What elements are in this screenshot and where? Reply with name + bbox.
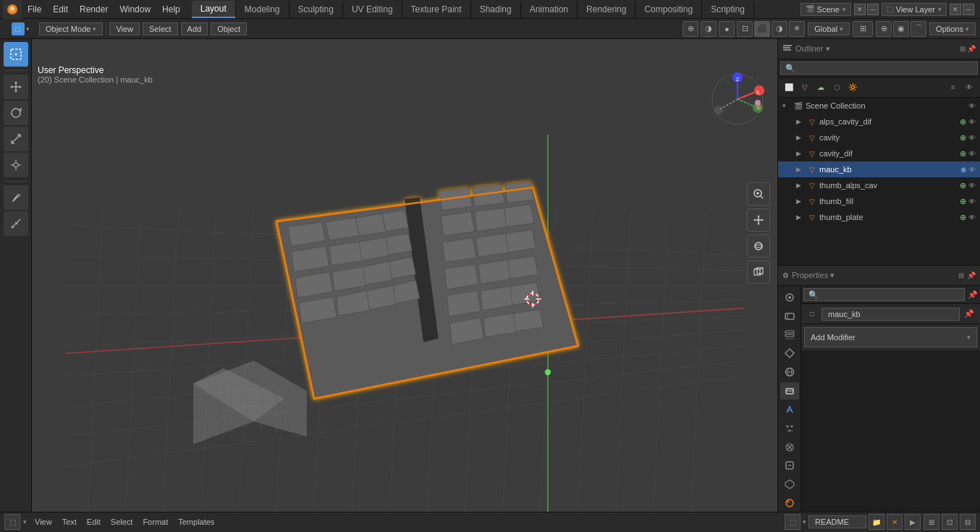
props-search-input[interactable] xyxy=(803,288,965,301)
options-btn[interactable]: Options ▾ xyxy=(929,22,976,35)
header-view-btn[interactable]: View xyxy=(109,22,140,35)
properties-dropdown[interactable]: Properties ▾ xyxy=(792,271,955,280)
scene-collection-item[interactable]: ▾ 🎬 Scene Collection 👁 xyxy=(778,98,980,114)
ortho-toggle-btn[interactable] xyxy=(747,261,770,284)
outliner-item-0[interactable]: ▶ ▽ alps_cavity_dif ⊕ 👁 xyxy=(778,114,980,130)
shading-solid[interactable]: ⬛ xyxy=(754,21,770,37)
tool-rotate[interactable] xyxy=(4,101,28,125)
header-select-btn[interactable]: Select xyxy=(143,22,178,35)
outliner-item-1[interactable]: ▶ ▽ cavity ⊕ 👁 xyxy=(778,130,980,145)
filter-btn-3[interactable]: ☁ xyxy=(814,81,827,94)
tool-scale[interactable] xyxy=(4,127,28,151)
prop-icon-output[interactable] xyxy=(780,308,799,325)
tab-modeling[interactable]: Modeling xyxy=(236,1,290,18)
prop-icon-object-constraints[interactable] xyxy=(780,457,799,474)
tool-measure[interactable] xyxy=(4,211,28,236)
bb1-format[interactable]: Format xyxy=(138,515,173,528)
shading-render[interactable]: ☀ xyxy=(789,21,805,37)
viewport-icon-gizmo[interactable]: ⊕ xyxy=(683,21,698,37)
item-4-vis[interactable]: 👁 xyxy=(968,182,976,190)
bottom-bar-1-icon[interactable]: ⬚ xyxy=(4,514,20,530)
curve-btn[interactable]: ⌒ xyxy=(911,21,926,37)
prop-icon-material[interactable] xyxy=(780,494,799,512)
viewport-gizmo[interactable]: X Z xyxy=(709,70,766,130)
shading-wire[interactable]: ⊡ xyxy=(737,21,753,37)
tab-layout[interactable]: Layout xyxy=(192,1,236,18)
filter-btn-1[interactable]: ⬜ xyxy=(782,81,795,94)
item-6-filter[interactable]: ⊕ xyxy=(960,213,966,222)
menu-edit[interactable]: Edit xyxy=(47,1,74,17)
bb1-text[interactable]: Text xyxy=(57,515,82,528)
tab-animation[interactable]: Animation xyxy=(521,1,578,18)
proportional-btn[interactable]: ◉ xyxy=(893,21,909,37)
filter-visibility-btn[interactable]: 👁 xyxy=(963,81,976,94)
viewport-icon-shading[interactable]: ● xyxy=(719,21,735,37)
win-close-btn-2[interactable]: ✕ xyxy=(950,4,961,15)
bb1-indent-btn[interactable]: ⊟ xyxy=(960,514,976,530)
tab-uv-editing[interactable]: UV Editing xyxy=(343,1,402,18)
bb1-edit[interactable]: Edit xyxy=(82,515,106,528)
prop-icon-physics[interactable] xyxy=(780,439,799,456)
prop-icon-object-data[interactable] xyxy=(780,476,799,493)
pan-btn[interactable] xyxy=(747,208,770,232)
prop-icon-modifiers[interactable] xyxy=(780,401,799,418)
tab-scripting[interactable]: Scripting xyxy=(702,1,754,18)
outliner-item-3[interactable]: ▶ ▽ mauc_kb ⊕ 👁 xyxy=(778,161,980,177)
prop-icon-object[interactable] xyxy=(780,382,799,400)
bb1-select[interactable]: Select xyxy=(106,515,138,528)
outliner-item-4[interactable]: ▶ ▽ thumb_alps_cav ⊕ 👁 xyxy=(778,177,980,193)
bb1-file-icon[interactable]: ⬚ xyxy=(785,514,801,530)
outliner-dropdown[interactable]: Outliner ▾ xyxy=(795,44,957,54)
snap-btn[interactable]: ⊕ xyxy=(876,21,892,37)
global-transform-btn[interactable]: Global ▾ xyxy=(808,22,850,35)
item-1-vis[interactable]: 👁 xyxy=(968,134,976,142)
win-close-btn[interactable]: ✕ xyxy=(854,4,866,15)
bb1-save-btn[interactable]: ✕ xyxy=(887,514,903,530)
outliner-filter-icon[interactable]: ⊞ xyxy=(960,45,966,53)
item-0-filter[interactable]: ⊕ xyxy=(960,117,966,127)
tab-shading[interactable]: Shading xyxy=(471,1,521,18)
win-minimize-btn[interactable]: ─ xyxy=(867,4,879,15)
blender-logo[interactable] xyxy=(3,0,22,19)
scene-coll-vis[interactable]: 👁 xyxy=(968,102,976,110)
bb1-play-btn[interactable]: ▶ xyxy=(905,514,921,530)
obj-name-input[interactable]: mauc_kb xyxy=(821,308,960,321)
item-4-filter[interactable]: ⊕ xyxy=(960,181,966,190)
scene-selector[interactable]: 🎬 Scene ▾ xyxy=(801,3,851,16)
props-pin-icon[interactable]: 📌 xyxy=(967,271,976,279)
tool-move[interactable] xyxy=(4,75,28,99)
item-5-filter[interactable]: ⊕ xyxy=(960,197,966,206)
obj-name-pin[interactable]: 📌 xyxy=(964,309,974,318)
bb1-num-btn[interactable]: ⊡ xyxy=(942,514,958,530)
item-0-vis[interactable]: 👁 xyxy=(968,118,976,126)
tab-compositing[interactable]: Compositing xyxy=(635,1,702,18)
filter-btn-2[interactable]: ▽ xyxy=(798,81,811,94)
item-2-vis[interactable]: 👁 xyxy=(968,150,976,158)
view-layer-selector[interactable]: ⬚ View Layer ▾ xyxy=(882,3,947,16)
bb1-open-btn[interactable]: 📁 xyxy=(869,514,884,530)
menu-window[interactable]: Window xyxy=(114,1,156,17)
header-object-btn[interactable]: Object xyxy=(211,22,247,35)
outliner-item-2[interactable]: ▶ ▽ cavity_dif ⊕ 👁 xyxy=(778,145,980,161)
outliner-pin-icon[interactable]: 📌 xyxy=(967,45,976,53)
tool-annotate[interactable] xyxy=(4,185,28,210)
props-pin-btn[interactable]: 📌 xyxy=(968,290,978,300)
tool-transform[interactable] xyxy=(4,153,28,177)
bb1-view[interactable]: View xyxy=(30,515,57,528)
add-modifier-btn[interactable]: Add Modifier ▾ xyxy=(804,327,977,347)
viewport-icon-overlay[interactable]: ◑ xyxy=(701,21,717,37)
win-minimize-btn-2[interactable]: ─ xyxy=(963,4,974,15)
item-6-vis[interactable]: 👁 xyxy=(968,214,976,221)
zoom-in-btn[interactable] xyxy=(747,182,770,206)
outliner-item-5[interactable]: ▶ ▽ thumb_fill ⊕ 👁 xyxy=(778,193,980,209)
prop-icon-view-layer[interactable] xyxy=(780,326,799,344)
prop-icon-render[interactable] xyxy=(780,289,799,306)
prop-icon-world[interactable] xyxy=(780,363,799,381)
filter-btn-4[interactable]: ⬡ xyxy=(830,81,843,94)
item-3-vis[interactable]: 👁 xyxy=(968,166,976,174)
tool-select-box[interactable] xyxy=(4,42,28,67)
item-1-filter[interactable]: ⊕ xyxy=(960,133,966,143)
tab-rendering[interactable]: Rendering xyxy=(578,1,635,18)
prop-icon-particles[interactable] xyxy=(780,420,799,437)
header-mode-btn[interactable]: Object Mode ▾ xyxy=(39,22,103,35)
